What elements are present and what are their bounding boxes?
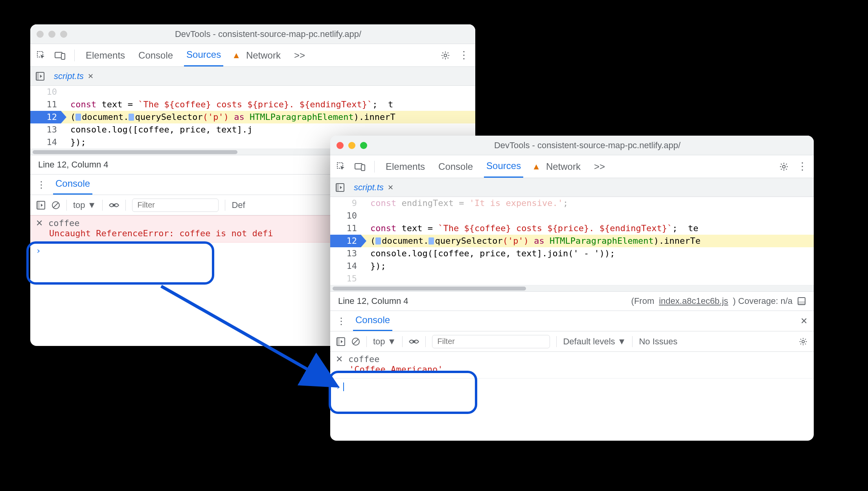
tab-sources[interactable]: Sources <box>184 44 223 66</box>
console-prompt[interactable]: › <box>330 379 814 395</box>
coverage-toggle-icon[interactable] <box>797 297 806 305</box>
log-levels-selector[interactable]: Default levels ▼ <box>563 337 626 347</box>
main-toolbar: Elements Console Sources ▲ Network >> ⋮ <box>30 44 475 67</box>
svg-rect-7 <box>37 201 40 209</box>
kebab-icon[interactable]: ⋮ <box>337 316 346 327</box>
svg-point-24 <box>802 340 804 342</box>
drawer-header: ⋮ Console ✕ <box>330 311 814 331</box>
sidebar-toggle-icon[interactable] <box>337 337 345 346</box>
live-expression-icon[interactable] <box>109 201 119 209</box>
kebab-icon[interactable]: ⋮ <box>459 49 469 61</box>
gear-icon[interactable] <box>441 51 450 60</box>
main-toolbar: Elements Console Sources ▲ Network >> ⋮ <box>330 155 814 178</box>
tab-sources[interactable]: Sources <box>484 155 523 178</box>
close-file-icon[interactable]: ✕ <box>88 72 94 81</box>
warning-icon: ▲ <box>532 162 541 172</box>
tab-console[interactable]: Console <box>136 44 175 66</box>
tab-elements[interactable]: Elements <box>383 155 427 178</box>
console-settings-icon[interactable] <box>799 337 807 346</box>
live-expression-icon[interactable] <box>409 338 419 346</box>
titlebar: DevTools - consistent-source-map-pc.netl… <box>30 24 475 44</box>
sidebar-toggle-icon[interactable] <box>37 201 45 210</box>
tab-console[interactable]: Console <box>436 155 475 178</box>
kebab-icon[interactable]: ⋮ <box>37 179 46 190</box>
context-selector[interactable]: top ▼ <box>73 200 96 210</box>
inspect-icon[interactable] <box>337 162 346 171</box>
navigator-toggle-icon[interactable] <box>336 183 344 192</box>
close-dot[interactable] <box>37 31 44 38</box>
close-drawer-icon[interactable]: ✕ <box>800 316 807 326</box>
gear-icon[interactable] <box>779 162 789 171</box>
window-title: DevTools - consistent-source-map-pc.netl… <box>67 29 469 39</box>
source-link[interactable]: index.a8c1ec6b.js <box>659 296 728 306</box>
svg-rect-18 <box>798 301 805 305</box>
error-message: coffee is not defi <box>174 228 273 238</box>
device-toggle-icon[interactable] <box>355 162 366 171</box>
drawer-tab-console[interactable]: Console <box>353 311 392 331</box>
svg-point-23 <box>413 340 416 343</box>
gutter-10: 10 <box>30 86 61 98</box>
svg-line-22 <box>353 339 358 344</box>
clear-console-icon[interactable] <box>51 201 60 210</box>
gutter-13: 13 <box>330 247 361 260</box>
tab-network[interactable]: Network <box>544 155 583 178</box>
clear-entry-icon[interactable]: ✕ <box>36 218 43 228</box>
debug-marker-icon <box>129 114 134 121</box>
horizontal-scrollbar[interactable] <box>330 285 814 291</box>
gutter-12-current: 12 <box>330 235 361 247</box>
code-line-12: (document.querySelector('p') as HTMLPara… <box>61 111 475 123</box>
window-controls[interactable] <box>337 142 367 149</box>
svg-point-3 <box>444 54 447 57</box>
code-line-11: const text = `The ${coffee} costs ${pric… <box>61 98 475 111</box>
code-line-11: const text = `The ${coffee} costs ${pric… <box>361 222 814 235</box>
device-toggle-icon[interactable] <box>55 51 66 60</box>
console-filter-input[interactable] <box>432 335 550 348</box>
kebab-icon[interactable]: ⋮ <box>797 160 807 173</box>
console-expression: coffee <box>348 354 379 364</box>
code-line-14: }); <box>361 260 814 272</box>
window-controls[interactable] <box>37 31 67 38</box>
tabs-overflow[interactable]: >> <box>592 155 607 178</box>
cursor-position: Line 12, Column 4 <box>38 160 108 170</box>
editor-statusbar: Line 12, Column 4 (From index.a8c1ec6b.j… <box>330 291 814 311</box>
context-selector[interactable]: top ▼ <box>373 337 396 347</box>
gutter-11: 11 <box>30 98 61 111</box>
svg-rect-13 <box>361 165 365 171</box>
drawer-tab-console[interactable]: Console <box>53 175 92 195</box>
close-file-icon[interactable]: ✕ <box>388 183 394 192</box>
navigator-toggle-icon[interactable] <box>36 72 44 81</box>
clear-console-icon[interactable] <box>351 337 360 346</box>
tab-elements[interactable]: Elements <box>83 44 127 66</box>
close-dot[interactable] <box>337 142 344 149</box>
cursor-position: Line 12, Column 4 <box>338 296 408 306</box>
zoom-dot[interactable] <box>60 31 67 38</box>
file-tab-label: script.ts <box>54 71 84 81</box>
file-tab-script[interactable]: script.ts ✕ <box>350 182 397 193</box>
titlebar: DevTools - consistent-source-map-pc.netl… <box>330 136 814 155</box>
clear-entry-icon[interactable]: ✕ <box>336 354 343 364</box>
file-tab-label: script.ts <box>354 182 384 193</box>
debug-marker-icon <box>75 114 81 121</box>
code-line-9: const endingText = 'It is expensive.'; <box>361 197 814 210</box>
tab-network[interactable]: Network <box>244 44 283 66</box>
debug-marker-icon <box>375 237 381 245</box>
minimize-dot[interactable] <box>48 31 55 38</box>
minimize-dot[interactable] <box>348 142 355 149</box>
issues-button[interactable]: No Issues <box>639 337 677 347</box>
code-line-13: console.log([coffee, price, text].j <box>61 123 475 136</box>
gutter-9: 9 <box>330 197 361 210</box>
gutter-12-current: 12 <box>30 111 61 123</box>
gutter-13: 13 <box>30 123 61 136</box>
svg-point-14 <box>783 165 785 168</box>
log-levels-selector[interactable]: Def <box>232 200 245 210</box>
console-result: 'Coffee Americano' <box>336 364 808 374</box>
file-tab-script[interactable]: script.ts ✕ <box>50 71 97 81</box>
inspect-icon[interactable] <box>37 51 46 60</box>
zoom-dot[interactable] <box>360 142 367 149</box>
tabs-overflow[interactable]: >> <box>292 44 307 66</box>
code-editor[interactable]: 9const endingText = 'It is expensive.'; … <box>330 197 814 285</box>
svg-rect-2 <box>61 53 65 59</box>
svg-rect-5 <box>36 72 39 80</box>
console-filter-input[interactable] <box>132 199 219 212</box>
devtools-window-after: DevTools - consistent-source-map-pc.netl… <box>330 136 814 441</box>
